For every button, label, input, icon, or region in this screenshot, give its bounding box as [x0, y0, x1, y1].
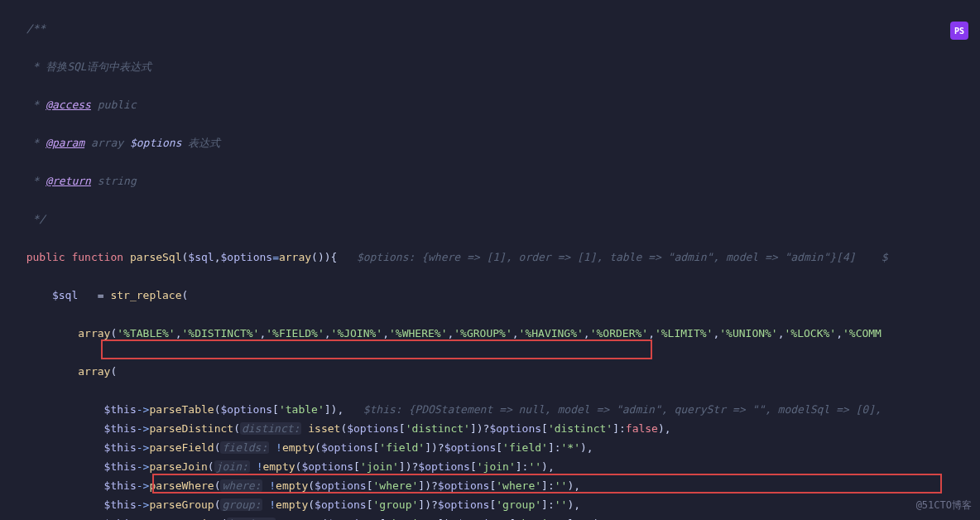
code-line: $this->parseWhere(where: !empty($options… [0, 476, 980, 495]
docblock-access: * @access public [13, 99, 137, 111]
docblock-param: * @param array $options 表达式 [13, 137, 220, 149]
docblock-desc: * 替换SQL语句中表达式 [13, 60, 151, 73]
docblock-return: * @return string [13, 175, 137, 187]
function-signature: public function parseSql($sql,$options=a… [0, 248, 980, 267]
code-line: $this->parseTable($options['table']), $t… [0, 400, 980, 419]
code-line: $this->parseHaving(having: !empty($optio… [0, 514, 980, 520]
code-line: $this->parseJoin(join: !empty($options['… [0, 457, 980, 476]
code-editor[interactable]: /** * 替换SQL语句中表达式 * @access public * @pa… [0, 0, 980, 520]
code-line: $this->parseField(fields: !empty($option… [0, 438, 980, 457]
watermark: @51CTO博客 [916, 496, 972, 515]
inlay-hint: $options: {where => [1], order => [1], t… [337, 251, 887, 263]
docblock-open: /** [13, 22, 46, 35]
code-line: $sql = str_replace( [0, 286, 980, 305]
code-line: $this->parseGroup(group: !empty($options… [0, 495, 980, 514]
code-line: array( [0, 362, 980, 381]
ide-badge-icon: PS [950, 22, 968, 40]
docblock-close: */ [13, 213, 46, 225]
code-line: $this->parseDistinct(distinct: isset($op… [0, 419, 980, 438]
code-line: array('%TABLE%','%DISTINCT%','%FIELD%','… [0, 324, 980, 343]
